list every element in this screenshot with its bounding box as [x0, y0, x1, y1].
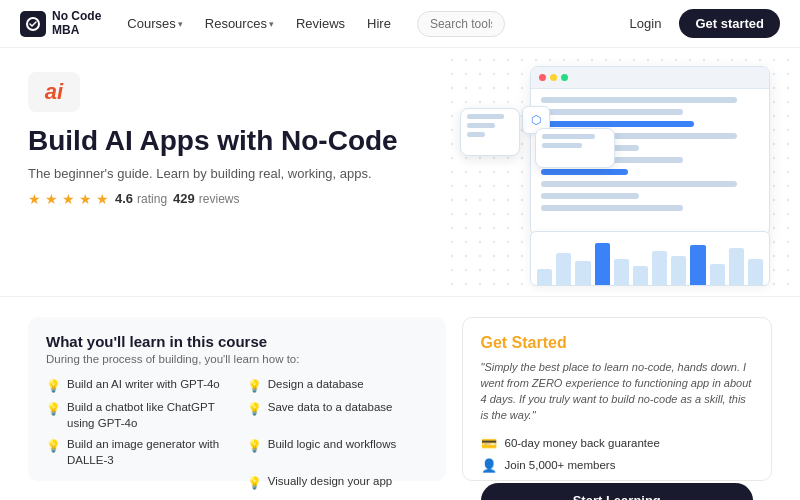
- logo-text: No Code MBA: [52, 10, 101, 36]
- bar-4: [595, 243, 610, 285]
- star-2: ★: [45, 191, 58, 207]
- hero-title: Build AI Apps with No-Code: [28, 124, 448, 158]
- float-card-2: [535, 128, 615, 168]
- learn-item-text: Build logic and workflows: [268, 437, 396, 453]
- learn-box-subtitle: During the process of building, you'll l…: [46, 353, 428, 365]
- bar-8: [671, 256, 686, 285]
- start-learning-button[interactable]: Start Learning: [481, 483, 754, 500]
- list-item: 💡 Visually design your app: [247, 474, 428, 491]
- bottom-section: What you'll learn in this course During …: [0, 297, 800, 500]
- bar-5: [614, 259, 629, 286]
- bar-12: [748, 259, 763, 286]
- hero-illustration: ⬡: [420, 48, 800, 296]
- bulb-icon: 💡: [247, 438, 262, 454]
- chevron-icon: ▾: [178, 19, 183, 29]
- star-5: ★: [96, 191, 109, 207]
- learn-item-text: Design a database: [268, 377, 364, 393]
- bar-2: [556, 253, 571, 285]
- ai-badge: ai: [28, 72, 80, 112]
- get-started-quote: "Simply the best place to learn no-code,…: [481, 360, 754, 424]
- list-item: 💡 Save data to a database: [247, 400, 428, 431]
- list-item: 💡 Build logic and workflows: [247, 437, 428, 468]
- members-text: Join 5,000+ members: [505, 459, 616, 471]
- rating-label: rating: [137, 192, 167, 206]
- float-card-1: [460, 108, 520, 156]
- bar-11: [729, 248, 744, 285]
- ai-badge-text: ai: [45, 79, 63, 105]
- bulb-icon: 💡: [46, 401, 61, 417]
- login-button[interactable]: Login: [618, 10, 674, 37]
- members-feature: 👤 Join 5,000+ members: [481, 458, 754, 473]
- reviews-label: reviews: [199, 192, 240, 206]
- bulb-icon: 💡: [247, 378, 262, 394]
- nav-hire[interactable]: Hire: [359, 12, 399, 35]
- list-item: 💡 Build a chatbot like ChatGPT using GPT…: [46, 400, 227, 431]
- rating-value: 4.6: [115, 191, 133, 206]
- learn-item-text: Save data to a database: [268, 400, 393, 416]
- reviews-count: 429: [173, 191, 195, 206]
- chevron-icon: ▾: [269, 19, 274, 29]
- learn-item-text: Build an image generator with DALLE-3: [67, 437, 227, 468]
- bar-chart: [530, 231, 770, 286]
- card-icon: 💳: [481, 436, 497, 451]
- bulb-icon: 💡: [247, 475, 262, 491]
- guarantee-feature: 💳 60-day money back guarantee: [481, 436, 754, 451]
- logo-icon: [20, 11, 46, 37]
- hero-subtitle: The beginner's guide. Learn by building …: [28, 166, 448, 181]
- learn-item-text: Visually design your app: [268, 474, 392, 490]
- star-1: ★: [28, 191, 41, 207]
- bar-6: [633, 266, 648, 285]
- bar-9: [690, 245, 705, 285]
- learn-item-text: Build an AI writer with GPT-4o: [67, 377, 220, 393]
- nav-reviews[interactable]: Reviews: [288, 12, 353, 35]
- logo[interactable]: No Code MBA: [20, 10, 101, 36]
- learn-box-title: What you'll learn in this course: [46, 333, 428, 350]
- search-input[interactable]: [417, 11, 505, 37]
- bar-7: [652, 251, 667, 285]
- hero-content: ai Build AI Apps with No-Code The beginn…: [28, 72, 448, 280]
- bar-3: [575, 261, 590, 285]
- star-4: ★: [79, 191, 92, 207]
- nav-resources[interactable]: Resources ▾: [197, 12, 282, 35]
- get-started-title: Get Started: [481, 334, 754, 352]
- nav-courses[interactable]: Courses ▾: [119, 12, 190, 35]
- learn-box: What you'll learn in this course During …: [28, 317, 446, 481]
- star-3: ★: [62, 191, 75, 207]
- bar-10: [710, 264, 725, 285]
- learn-item-text: Build a chatbot like ChatGPT using GPT-4…: [67, 400, 227, 431]
- get-started-button[interactable]: Get started: [679, 9, 780, 38]
- bulb-icon: 💡: [46, 378, 61, 394]
- search-container: [417, 11, 505, 37]
- bulb-icon: 💡: [46, 438, 61, 454]
- person-icon: 👤: [481, 458, 497, 473]
- browser-bar: [531, 67, 769, 89]
- logo-svg: [25, 16, 41, 32]
- bar-1: [537, 269, 552, 285]
- list-item: 💡 Design a database: [247, 377, 428, 394]
- list-item: 💡 Build an AI writer with GPT-4o: [46, 377, 227, 394]
- rating-row: ★ ★ ★ ★ ★ 4.6 rating 429 reviews: [28, 191, 448, 207]
- learn-grid: 💡 Build an AI writer with GPT-4o 💡 Desig…: [46, 377, 428, 491]
- hero-section: ai Build AI Apps with No-Code The beginn…: [0, 48, 800, 296]
- guarantee-text: 60-day money back guarantee: [505, 437, 660, 449]
- get-started-box: Get Started "Simply the best place to le…: [462, 317, 773, 481]
- bulb-icon: 💡: [247, 401, 262, 417]
- list-item: 💡 Build an image generator with DALLE-3: [46, 437, 227, 468]
- navbar: No Code MBA Courses ▾ Resources ▾ Review…: [0, 0, 800, 48]
